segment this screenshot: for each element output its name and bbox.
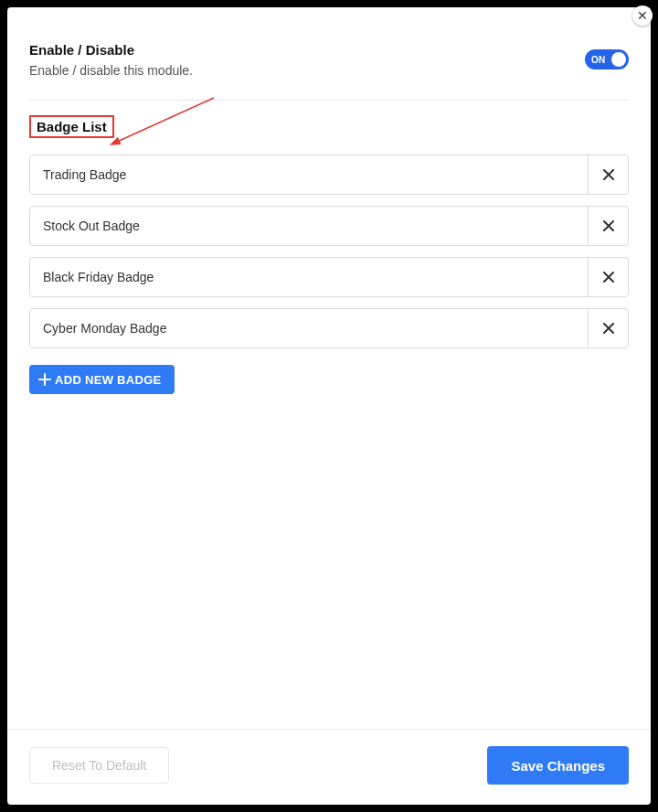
svg-line-0 [117,98,214,142]
enable-subtitle: Enable / disable this module. [29,63,193,78]
badge-remove-button[interactable] [588,258,628,296]
badge-label[interactable]: Cyber Monday Badge [30,309,588,347]
add-button-label: ADD NEW BADGE [55,373,162,387]
badge-row: Cyber Monday Badge [29,308,629,348]
add-new-badge-button[interactable]: ADD NEW BADGE [29,365,175,394]
badge-row: Trading Badge [29,155,629,195]
badge-row: Black Friday Badge [29,257,629,297]
close-icon [603,323,614,334]
toggle-state-label: ON [591,55,606,65]
enable-title: Enable / Disable [29,42,193,58]
badge-remove-button[interactable] [588,309,628,347]
close-icon: ✕ [637,8,648,23]
annotation-arrow [95,96,232,160]
badge-remove-button[interactable] [588,207,628,245]
badge-remove-button[interactable] [588,155,628,194]
reset-to-default-button[interactable]: Reset To Default [29,747,169,784]
settings-panel: ✕ Enable / Disable Enable / disable this… [7,7,651,805]
close-icon [603,169,614,180]
close-icon [603,220,614,231]
close-button[interactable]: ✕ [632,5,653,26]
badge-label[interactable]: Stock Out Badge [30,207,588,245]
enable-toggle[interactable]: ON [585,49,629,69]
enable-text-block: Enable / Disable Enable / disable this m… [29,42,193,78]
section-title-wrap: Badge List [29,115,114,138]
close-icon [603,272,614,283]
panel-content: Enable / Disable Enable / disable this m… [7,7,651,729]
enable-row: Enable / Disable Enable / disable this m… [29,42,629,78]
plus-icon [38,373,51,386]
badge-row: Stock Out Badge [29,206,629,246]
panel-footer: Reset To Default Save Changes [7,729,651,805]
badge-label[interactable]: Black Friday Badge [30,258,588,296]
badge-list: Trading Badge Stock Out Badge Black Frid… [29,155,629,348]
save-changes-button[interactable]: Save Changes [487,746,629,785]
divider [29,100,629,101]
section-title: Badge List [29,115,114,138]
badge-label[interactable]: Trading Badge [30,155,588,194]
